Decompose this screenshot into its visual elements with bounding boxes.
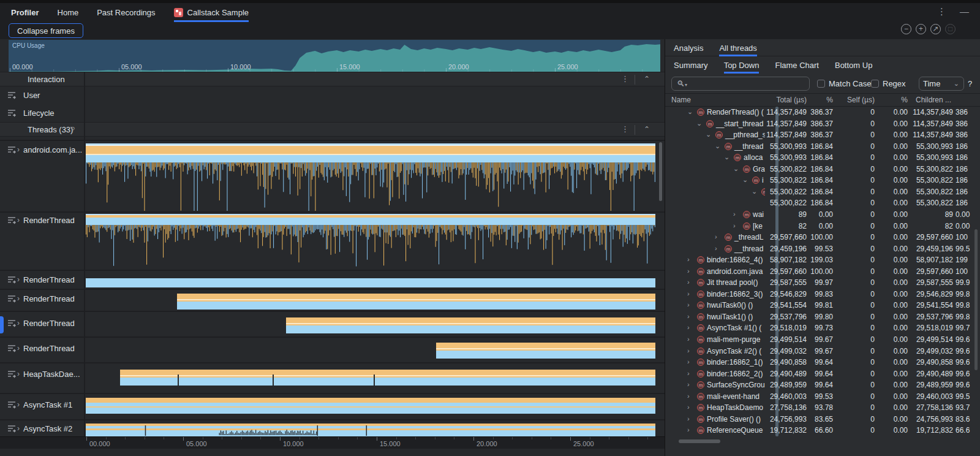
chevron-right-icon[interactable]: › [687,256,690,263]
match-case-label[interactable]: Match Case [829,79,871,88]
table-row[interactable]: ⌄m__thread55,300,993186.8400.0055,300,99… [665,141,980,153]
thread-row-renderthread[interactable]: ›RenderThread [0,311,665,336]
chevron-down-icon[interactable]: ⌄ [696,120,702,127]
chevron-right-icon[interactable]: › [687,278,690,286]
thread-state-bar[interactable] [286,317,655,333]
chevron-right-icon[interactable]: › [17,275,20,284]
chevron-right-icon[interactable]: › [715,233,717,240]
chevron-right-icon[interactable]: › [687,324,690,331]
tab-callstack-sample[interactable]: Callstack Sample [174,3,249,22]
table-row[interactable]: ›m[ke820.0000.00820.00 [665,221,980,232]
col-children[interactable]: Children ... [916,96,951,104]
search-input[interactable]: 🔍︎▾ [671,77,810,91]
subtab-top-down[interactable]: Top Down [724,56,760,74]
table-row[interactable]: ⌄mi55,300,822186.8400.0055,300,822186 [665,175,980,186]
table-row[interactable]: ›mbinder:16862_2()29,490,48999.6400.0029… [665,368,980,380]
zoom-in-button[interactable]: + [916,24,926,34]
chevron-down-icon[interactable]: ⌄ [742,176,748,184]
thread-row-asynctask-#1[interactable]: ›AsyncTask #1 [0,393,665,419]
col-self[interactable]: Self (µs) [847,96,875,104]
chevron-down-icon[interactable]: ⌄ [715,142,720,150]
chevron-right-icon[interactable]: › [17,400,20,409]
regex-label[interactable]: Regex [883,79,906,88]
chevron-down-icon[interactable]: ⌄ [706,131,711,139]
table-row[interactable]: ›mwai890.0000.00890.00 [665,209,980,221]
chevron-right-icon[interactable]: › [687,426,690,433]
help-icon[interactable]: ? [968,79,972,88]
tab-analysis[interactable]: Analysis [674,39,703,56]
table-row[interactable]: ›mReferenceQueue19,712,83266.6000.0019,7… [665,425,980,436]
table-row[interactable]: ›mmali-event-hand29,460,00399.5300.0029,… [665,391,980,403]
thread-row-heaptaskdae-[interactable]: ›HeapTaskDae... [0,362,665,393]
chevron-right-icon[interactable]: › [687,267,690,275]
right-vertical-scrollbar[interactable] [974,229,978,370]
subtab-summary[interactable]: Summary [674,56,708,74]
collapse-section-icon[interactable]: ⌃ [644,75,650,83]
collapse-section-icon[interactable]: ⌃ [644,125,650,134]
table-row[interactable]: ›m_threadL29,597,660100.0000.0029,597,66… [665,232,980,243]
minimize-icon[interactable]: — [960,6,969,17]
zoom-out-button[interactable]: − [901,24,911,34]
regex-checkbox[interactable] [871,80,879,88]
table-row[interactable]: ›mSurfaceSyncGrou29,489,95999.6400.0029,… [665,379,980,391]
table-row[interactable]: ⌄mRenderThread() (114,357,849386.3700.00… [665,107,980,118]
thread-activity-track[interactable] [86,142,655,211]
kebab-menu-icon[interactable]: ⋮ [621,124,629,134]
table-row[interactable]: ⌄m__pthread_s114,357,849386.3700.00114,3… [665,129,980,141]
table-row[interactable]: ›mProfile Saver() ()24,756,99383.6500.00… [665,414,980,425]
match-case-checkbox[interactable] [817,80,825,88]
chevron-right-icon[interactable]: › [687,313,690,320]
chevron-right-icon[interactable]: › [687,358,690,365]
col-name[interactable]: Name [671,96,691,104]
table-row[interactable]: ›mJit thread pool()29,587,55599.9700.002… [665,277,980,289]
chevron-right-icon[interactable]: › [687,347,690,354]
subtab-bottom-up[interactable]: Bottom Up [835,56,872,74]
chevron-down-icon[interactable]: ⌄ [733,165,739,173]
col-total[interactable]: Total (µs) [776,96,807,104]
chevron-right-icon[interactable]: › [17,424,20,433]
help-icon[interactable]: ? [70,125,75,134]
thread-state-bar[interactable] [86,424,655,436]
chevron-right-icon[interactable]: › [687,370,690,377]
table-row[interactable]: ›mHeapTaskDaemo27,758,13693.7800.0027,75… [665,402,980,414]
chevron-right-icon[interactable]: › [687,290,690,297]
col-self-pct[interactable]: % [901,96,908,104]
table-row[interactable]: ›mhwuiTask0() ()29,541,55499.8100.0029,5… [665,300,980,311]
table-row[interactable]: ›mAsyncTask #1() (29,518,01999.7300.0029… [665,322,980,334]
filter-dropdown[interactable]: Time ⌄ [919,77,964,91]
chevron-right-icon[interactable]: › [687,392,690,400]
collapse-frames-button[interactable]: Collapse frames [9,23,83,38]
chevron-down-icon[interactable]: ⌄ [687,108,693,116]
thread-row-android-com-ja-[interactable]: ›android.com.ja... [0,140,665,211]
thread-row-renderthread[interactable]: ›RenderThread [0,211,665,270]
interaction-row-user[interactable]: User [0,87,665,105]
thread-state-bar[interactable] [436,343,655,359]
table-row[interactable]: ›m__thread29,459,19699.5300.0029,459,196… [665,243,980,255]
table-row[interactable]: ›mhwuiTask1() ()29,537,79699.8000.0029,5… [665,311,980,323]
chevron-right-icon[interactable]: › [733,222,736,229]
subtab-flame-chart[interactable]: Flame Chart [775,56,819,74]
thread-activity-track[interactable] [86,214,655,269]
chevron-right-icon[interactable]: › [17,344,20,352]
tab-past-recordings[interactable]: Past Recordings [97,3,155,22]
chevron-right-icon[interactable]: › [715,245,717,252]
left-vertical-scrollbar[interactable] [659,142,662,201]
interaction-row-lifecycle[interactable]: Lifecycle [0,105,665,123]
chevron-right-icon[interactable]: › [17,370,20,378]
chevron-down-icon[interactable]: ⌄ [752,188,757,196]
tab-all-threads[interactable]: All threads [719,39,756,56]
kebab-menu-icon[interactable]: ⋮ [937,6,946,17]
table-row[interactable]: ›mbinder:16862_3()29,546,82999.8300.0029… [665,289,980,300]
table-row[interactable]: ›mmali-mem-purge29,499,51499.6700.0029,4… [665,334,980,346]
thread-state-bar[interactable] [177,294,655,310]
tab-home[interactable]: Home [58,3,79,22]
thread-row-renderthread[interactable]: ›RenderThread [0,289,665,311]
chevron-right-icon[interactable]: › [17,294,20,303]
table-row[interactable]: ⌄mGra55,300,822186.8400.0055,300,822186 [665,164,980,175]
table-row[interactable]: ›mandroid.com.java29,597,660100.0000.002… [665,266,980,278]
thread-row-renderthread[interactable]: ›RenderThread [0,336,665,362]
table-row[interactable]: 55,300,822186.8400.0055,300,822186 [665,197,980,209]
chevron-right-icon[interactable]: › [17,319,20,327]
chevron-right-icon[interactable]: › [17,216,20,224]
chevron-right-icon[interactable]: › [687,301,690,308]
